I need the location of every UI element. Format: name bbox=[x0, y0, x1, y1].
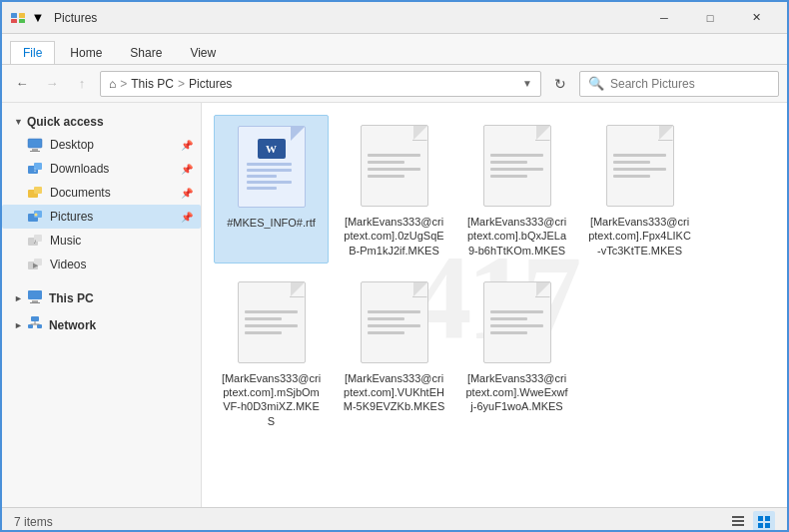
back-button[interactable]: ← bbox=[10, 72, 34, 96]
svg-rect-11 bbox=[34, 187, 42, 194]
this-pc-label: This PC bbox=[49, 291, 94, 305]
svg-rect-6 bbox=[30, 151, 40, 152]
sidebar-item-pictures-label: Pictures bbox=[50, 210, 93, 224]
word-badge: W bbox=[258, 139, 286, 159]
tab-home[interactable]: Home bbox=[57, 41, 115, 64]
svg-rect-31 bbox=[732, 520, 744, 522]
tab-view[interactable]: View bbox=[177, 41, 229, 64]
sidebar-item-videos[interactable]: ▶ Videos bbox=[2, 253, 201, 276]
close-button[interactable]: ✕ bbox=[733, 2, 779, 34]
status-bar: 7 items bbox=[2, 507, 787, 532]
breadcrumb-thispc[interactable]: This PC bbox=[131, 77, 174, 91]
word-file-icon: W bbox=[238, 126, 306, 208]
file-line bbox=[613, 175, 650, 178]
file-line bbox=[368, 175, 404, 178]
forward-button[interactable]: → bbox=[40, 72, 64, 96]
refresh-button[interactable]: ↻ bbox=[547, 71, 573, 97]
file-name-3: [MarkEvans333@criptext.com].Fpx4LIKC-vTc… bbox=[588, 215, 691, 258]
svg-rect-1 bbox=[19, 13, 25, 18]
title-bar-icons: ▼ bbox=[10, 10, 46, 26]
music-icon: ♪ bbox=[26, 232, 44, 250]
file-item-2[interactable]: [MarkEvans333@criptext.com].bQxJELa9-b6h… bbox=[459, 115, 574, 264]
network-header[interactable]: ► Network bbox=[2, 311, 201, 338]
file-line bbox=[613, 154, 666, 157]
file-area: 417 W #MKES_INFO#.r bbox=[202, 103, 787, 507]
file-item-0[interactable]: W #MKES_INFO#.rtf bbox=[214, 115, 329, 264]
file-line bbox=[245, 331, 282, 334]
address-box[interactable]: ⌂ > This PC > Pictures ▼ bbox=[100, 71, 541, 97]
file-item-1[interactable]: [MarkEvans333@criptext.com].0zUgSqEB-Pm1… bbox=[337, 115, 451, 264]
svg-rect-3 bbox=[19, 19, 25, 23]
svg-rect-32 bbox=[732, 524, 744, 526]
network-label: Network bbox=[49, 318, 96, 332]
word-line-short bbox=[247, 175, 277, 178]
maximize-button[interactable]: □ bbox=[687, 2, 733, 34]
sidebar-item-downloads[interactable]: ↓ Downloads 📌 bbox=[2, 157, 201, 181]
file-item-5[interactable]: [MarkEvans333@criptext.com].VUKhtEHM-5K9… bbox=[337, 271, 451, 434]
search-input[interactable] bbox=[610, 77, 770, 91]
file-line bbox=[490, 324, 543, 327]
file-line bbox=[245, 310, 298, 313]
minimize-button[interactable]: ─ bbox=[641, 2, 687, 34]
svg-text:↓: ↓ bbox=[33, 166, 37, 173]
this-pc-header[interactable]: ► This PC bbox=[2, 284, 201, 311]
list-view-button[interactable] bbox=[727, 511, 749, 533]
sidebar-item-desktop-label: Desktop bbox=[50, 138, 94, 152]
tab-file[interactable]: File bbox=[10, 41, 55, 64]
chevron-network: ► bbox=[14, 320, 23, 330]
file-name-6: [MarkEvans333@criptext.com].WweExwfj-6yu… bbox=[465, 371, 568, 414]
generic-file-icon-3 bbox=[606, 125, 674, 207]
search-icon: 🔍 bbox=[588, 76, 604, 91]
file-line bbox=[490, 317, 527, 320]
svg-text:♪: ♪ bbox=[33, 238, 37, 245]
file-line bbox=[490, 310, 543, 313]
svg-rect-24 bbox=[31, 316, 39, 321]
file-line bbox=[490, 331, 527, 334]
svg-rect-33 bbox=[758, 516, 763, 521]
search-box[interactable]: 🔍 bbox=[579, 71, 779, 97]
breadcrumb-pictures[interactable]: Pictures bbox=[189, 77, 232, 91]
svg-rect-30 bbox=[732, 516, 744, 518]
file-lines bbox=[368, 310, 420, 334]
file-icon-wrapper-3 bbox=[600, 121, 680, 211]
documents-icon bbox=[26, 184, 44, 202]
sidebar-item-documents[interactable]: Documents 📌 bbox=[2, 181, 201, 205]
main-layout: ▼ Quick access Desktop 📌 ↓ bbox=[2, 103, 787, 507]
svg-rect-22 bbox=[32, 300, 38, 302]
file-icon-wrapper-4 bbox=[232, 277, 312, 367]
generic-file-icon-5 bbox=[361, 281, 428, 363]
word-line-short bbox=[247, 187, 277, 190]
chevron-icon: ▼ bbox=[14, 117, 23, 127]
pin-icon-documents: 📌 bbox=[181, 188, 193, 199]
word-line bbox=[247, 169, 292, 172]
title-bar: ▼ Pictures ─ □ ✕ bbox=[2, 2, 787, 34]
file-name-2: [MarkEvans333@criptext.com].bQxJELa9-b6h… bbox=[465, 215, 568, 258]
file-line bbox=[613, 168, 666, 171]
sidebar-item-music-label: Music bbox=[50, 234, 81, 248]
quick-access-header[interactable]: ▼ Quick access bbox=[2, 111, 201, 133]
breadcrumb: ⌂ > This PC > Pictures bbox=[109, 77, 232, 91]
file-icon-wrapper-1 bbox=[355, 121, 434, 211]
file-line bbox=[613, 161, 650, 164]
file-line bbox=[490, 175, 527, 178]
svg-rect-21 bbox=[28, 290, 42, 299]
svg-rect-26 bbox=[37, 324, 42, 328]
file-name-0: #MKES_INFO#.rtf bbox=[227, 216, 316, 230]
up-button[interactable]: ↑ bbox=[70, 72, 94, 96]
sidebar-item-videos-label: Videos bbox=[50, 258, 86, 271]
window-icon bbox=[10, 10, 26, 26]
large-icon-view-button[interactable] bbox=[753, 511, 775, 533]
svg-rect-2 bbox=[11, 19, 17, 23]
file-item-4[interactable]: [MarkEvans333@criptext.com].mSjbOmVF-h0D… bbox=[214, 271, 329, 434]
file-line bbox=[368, 154, 420, 157]
file-item-6[interactable]: [MarkEvans333@criptext.com].WweExwfj-6yu… bbox=[459, 271, 574, 434]
sidebar-item-music[interactable]: ♪ Music bbox=[2, 229, 201, 253]
tab-share[interactable]: Share bbox=[117, 41, 175, 64]
file-icon-wrapper-5 bbox=[355, 277, 434, 367]
window-controls: ─ □ ✕ bbox=[641, 2, 779, 34]
file-item-3[interactable]: [MarkEvans333@criptext.com].Fpx4LIKC-vTc… bbox=[582, 115, 697, 264]
sidebar-item-desktop[interactable]: Desktop 📌 bbox=[2, 133, 201, 157]
file-line bbox=[368, 324, 420, 327]
sidebar-item-pictures[interactable]: Pictures 📌 bbox=[2, 205, 201, 229]
address-dropdown-icon[interactable]: ▼ bbox=[522, 78, 532, 89]
